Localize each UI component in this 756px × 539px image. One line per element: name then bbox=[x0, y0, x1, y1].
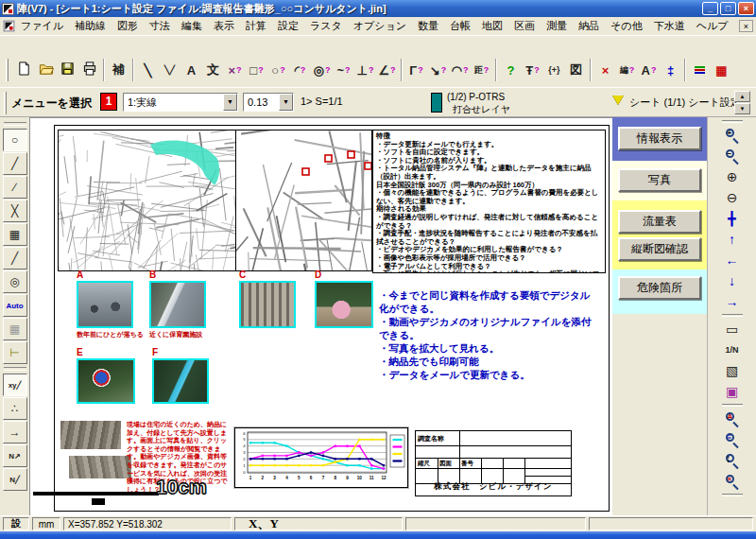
draw-chamfer-button[interactable]: ∠? bbox=[376, 59, 398, 82]
info-display-button[interactable]: 情報表示 bbox=[618, 127, 701, 150]
draw-rect-button[interactable]: □? bbox=[246, 59, 267, 82]
open-file-button[interactable] bbox=[35, 59, 57, 82]
photo-C[interactable] bbox=[239, 281, 296, 328]
menu-item-測量[interactable]: 測量 bbox=[541, 17, 573, 35]
pan-button[interactable]: ╋ bbox=[721, 210, 744, 227]
input-north-line-button[interactable]: N╱ bbox=[3, 468, 27, 491]
search-layers-button[interactable]: ≡ bbox=[721, 431, 744, 448]
erase-point-button[interactable]: ×? bbox=[224, 59, 246, 82]
edit-fillet-button[interactable]: Γ? bbox=[405, 59, 427, 82]
menu-item-設定[interactable]: 設定 bbox=[272, 17, 304, 35]
settings-mode-button[interactable]: 設 bbox=[3, 517, 29, 530]
draw-circle-button[interactable]: ○? bbox=[267, 59, 289, 82]
search-text-button[interactable]: A bbox=[721, 410, 744, 427]
strip-grip[interactable] bbox=[722, 120, 743, 123]
zoom-scale-button[interactable]: 1/N bbox=[721, 341, 744, 358]
filter-funnel-icon[interactable] bbox=[612, 96, 624, 105]
draw-polyline-button[interactable]: ╲╱ bbox=[159, 59, 180, 82]
draw-spline-button[interactable]: ~? bbox=[333, 59, 354, 82]
menu-item-納品[interactable]: 納品 bbox=[573, 17, 605, 35]
menu-item-図形[interactable]: 図形 bbox=[112, 17, 144, 35]
close-button[interactable]: × bbox=[738, 2, 754, 15]
menu-item-オプション[interactable]: オプション bbox=[348, 17, 412, 35]
grid-toggle-button[interactable]: ▦ bbox=[3, 318, 27, 340]
menu-item-編集[interactable]: 編集 bbox=[176, 17, 208, 35]
menu-item-区画[interactable]: 区画 bbox=[508, 17, 541, 35]
photo-D[interactable] bbox=[315, 281, 373, 328]
draw-arc-button[interactable]: ◜? bbox=[289, 59, 311, 82]
zoom-out-step-button[interactable]: ⊖ bbox=[721, 189, 744, 206]
document-close-icon[interactable]: × bbox=[739, 20, 753, 32]
photo-F[interactable] bbox=[152, 358, 209, 404]
redraw-button[interactable]: ▧ bbox=[721, 362, 744, 379]
draw-line-button[interactable]: ╲ bbox=[137, 59, 159, 82]
snap-center-button[interactable]: ◎ bbox=[3, 270, 27, 293]
restore-button[interactable]: □ bbox=[720, 2, 736, 15]
photo-E[interactable] bbox=[77, 358, 135, 404]
input-relative-button[interactable]: ∴ bbox=[3, 397, 27, 420]
menu-item-台帳[interactable]: 台帳 bbox=[444, 17, 476, 35]
draw-ellipse-button[interactable]: ◎? bbox=[311, 59, 333, 82]
app-logo-icon[interactable] bbox=[2, 3, 14, 15]
minimize-button[interactable]: _ bbox=[702, 2, 718, 15]
delete-element-button[interactable]: × bbox=[594, 59, 616, 82]
measure-mode-button[interactable]: ⊢ bbox=[3, 341, 27, 364]
flow-table-button[interactable]: 流量表 bbox=[618, 210, 701, 234]
scroll-up-button[interactable]: ↑ bbox=[721, 231, 744, 248]
line-width-dropdown[interactable]: 0.13 ▼ bbox=[243, 93, 294, 112]
move-point-button[interactable]: ‡ bbox=[660, 59, 681, 82]
snap-intersection-button[interactable]: ╳ bbox=[3, 200, 27, 222]
menu-item-下水道[interactable]: 下水道 bbox=[648, 17, 691, 35]
input-vector-button[interactable]: → bbox=[3, 421, 27, 443]
menu-item-ファイル[interactable]: ファイル bbox=[15, 17, 69, 35]
draw-text-jp-button[interactable]: 文 bbox=[202, 59, 224, 82]
menu-item-ラスタ[interactable]: ラスタ bbox=[304, 17, 348, 35]
scroll-down-button[interactable]: ↓ bbox=[721, 272, 744, 289]
menu-item-補助線[interactable]: 補助線 bbox=[69, 17, 112, 35]
zoom-out-button[interactable]: − bbox=[721, 148, 744, 165]
print-file-button[interactable] bbox=[78, 59, 100, 82]
zoom-in-step-button[interactable]: ⊕ bbox=[721, 168, 744, 185]
line-width-dropdown-arrow-icon[interactable]: ▼ bbox=[279, 94, 293, 111]
help-query-button[interactable]: ? bbox=[500, 59, 522, 82]
sheet-down-button[interactable]: ▼ bbox=[734, 103, 750, 114]
edit-text-button[interactable]: A? bbox=[638, 59, 660, 82]
scroll-right-button[interactable]: → bbox=[721, 293, 744, 310]
auxiliary-line-mode-button[interactable]: 補 bbox=[108, 59, 129, 82]
search-remove-button[interactable]: × bbox=[721, 473, 744, 490]
table-tool-button[interactable]: ▦ bbox=[711, 59, 732, 82]
zoom-in-button[interactable]: + bbox=[721, 127, 744, 144]
new-file-button[interactable] bbox=[13, 59, 35, 82]
line-type-dropdown[interactable]: 1:実線 ▼ bbox=[123, 93, 238, 112]
unit-button[interactable]: mm bbox=[32, 517, 60, 530]
palette-grip[interactable] bbox=[4, 122, 26, 126]
layer-list-button[interactable] bbox=[689, 59, 711, 82]
copy-image-button[interactable]: ▣ bbox=[721, 383, 744, 400]
save-file-button[interactable] bbox=[57, 59, 78, 82]
photo-B[interactable] bbox=[149, 281, 206, 328]
input-xy-button[interactable]: xy╱ bbox=[3, 374, 27, 396]
line-type-dropdown-arrow-icon[interactable]: ▼ bbox=[223, 94, 237, 111]
layer-color-chip[interactable] bbox=[431, 93, 442, 113]
photo-button[interactable]: 写真 bbox=[618, 168, 701, 192]
figure-insert-button[interactable]: 図 bbox=[565, 59, 587, 82]
group-brackets-button[interactable]: {+} bbox=[543, 59, 565, 82]
menu-item-計算[interactable]: 計算 bbox=[240, 17, 272, 35]
danger-spot-button[interactable]: 危険箇所 bbox=[618, 276, 701, 300]
snap-endpoint-button[interactable]: ╱ bbox=[3, 152, 27, 175]
draw-text-button[interactable]: A bbox=[180, 59, 202, 82]
menu-item-表示[interactable]: 表示 bbox=[208, 17, 240, 35]
edit-cloud-button[interactable]: ◠? bbox=[449, 59, 471, 82]
menu-item-地図[interactable]: 地図 bbox=[476, 17, 508, 35]
measure-distance-button[interactable]: 距? bbox=[471, 59, 492, 82]
menu-item-寸法[interactable]: 寸法 bbox=[144, 17, 176, 35]
edit-element-button[interactable]: 編? bbox=[616, 59, 638, 82]
toolbar-grip[interactable] bbox=[4, 92, 7, 114]
edit-extend-button[interactable]: ↘? bbox=[427, 59, 449, 82]
zoom-window-button[interactable]: ▭ bbox=[721, 321, 744, 338]
snap-auto-button[interactable]: Auto bbox=[3, 294, 27, 317]
toolbar-grip[interactable] bbox=[6, 59, 9, 81]
input-north-arrow-button[interactable]: N↗ bbox=[3, 444, 27, 467]
draw-perpendicular-button[interactable]: ⊥? bbox=[354, 59, 376, 82]
menu-item-数量[interactable]: 数量 bbox=[412, 17, 444, 35]
